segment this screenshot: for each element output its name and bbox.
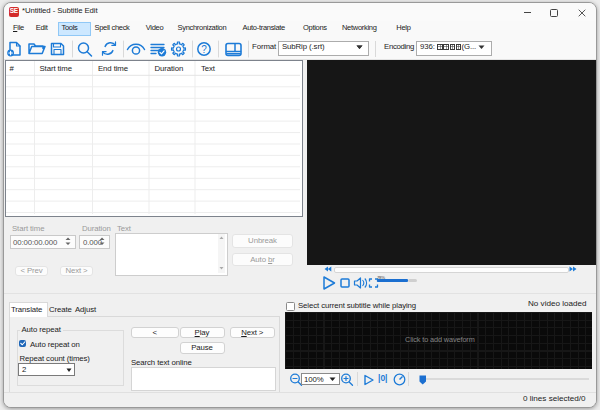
svg-text:?: ? bbox=[201, 44, 207, 55]
